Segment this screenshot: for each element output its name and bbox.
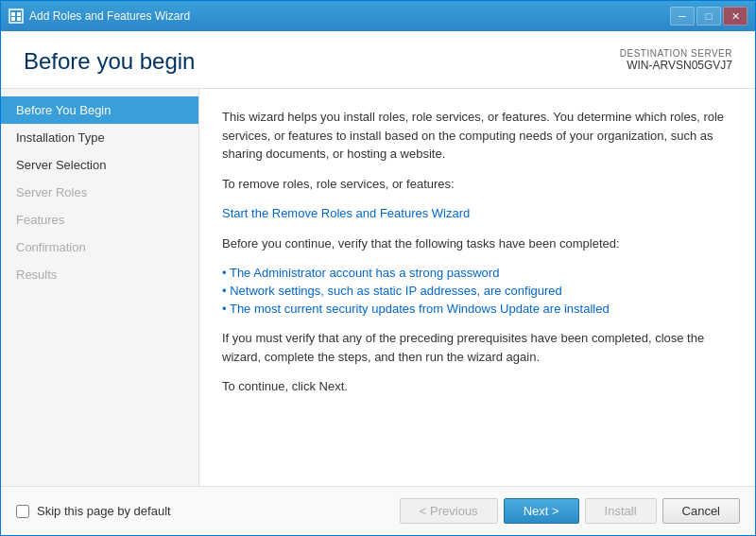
title-bar-left: Add Roles and Features Wizard xyxy=(9,9,190,24)
svg-rect-2 xyxy=(17,12,21,16)
sidebar-item-server-roles: Server Roles xyxy=(1,179,198,206)
title-bar-controls: ─ □ ✕ xyxy=(670,7,747,26)
sidebar-item-results: Results xyxy=(1,261,198,288)
sidebar-item-label: Server Roles xyxy=(16,185,87,199)
sidebar-item-label: Server Selection xyxy=(16,158,106,172)
bullet-list: The Administrator account has a strong p… xyxy=(222,264,732,318)
destination-server-info: DESTINATION SERVER WIN-ARVSN05GVJ7 xyxy=(620,48,732,72)
footer-area: Skip this page by default < Previous Nex… xyxy=(1,486,755,535)
content-area: This wizard helps you install roles, rol… xyxy=(199,89,755,486)
sidebar-item-features: Features xyxy=(1,206,198,233)
destination-server-value: WIN-ARVSN05GVJ7 xyxy=(620,59,732,72)
note-paragraph: If you must verify that any of the prece… xyxy=(222,329,732,366)
page-header: Before you begin DESTINATION SERVER WIN-… xyxy=(1,31,755,89)
previous-button[interactable]: < Previous xyxy=(400,498,498,524)
window-icon xyxy=(9,9,24,24)
svg-rect-3 xyxy=(11,17,15,21)
sidebar-item-confirmation: Confirmation xyxy=(1,233,198,261)
svg-rect-4 xyxy=(17,17,21,21)
sidebar: Before You Begin Installation Type Serve… xyxy=(1,89,199,486)
bullet-item-1: The Administrator account has a strong p… xyxy=(222,264,732,282)
sidebar-item-label: Confirmation xyxy=(16,240,86,254)
bullet-item-3: The most current security updates from W… xyxy=(222,300,732,318)
sidebar-item-server-selection[interactable]: Server Selection xyxy=(1,151,198,179)
sidebar-item-label: Features xyxy=(16,213,64,227)
buttons-area: < Previous Next > Install Cancel xyxy=(400,498,740,524)
destination-server-label: DESTINATION SERVER xyxy=(620,48,732,59)
continue-text: To continue, click Next. xyxy=(222,377,732,396)
next-button[interactable]: Next > xyxy=(504,498,579,524)
main-content: Before you begin DESTINATION SERVER WIN-… xyxy=(1,31,755,535)
sidebar-item-before-you-begin[interactable]: Before You Begin xyxy=(1,96,198,124)
minimize-button[interactable]: ─ xyxy=(670,7,695,26)
cancel-button[interactable]: Cancel xyxy=(662,498,740,524)
sidebar-item-installation-type[interactable]: Installation Type xyxy=(1,124,198,151)
verify-label: Before you continue, verify that the fol… xyxy=(222,234,732,253)
intro-paragraph: This wizard helps you install roles, rol… xyxy=(222,108,732,164)
install-button[interactable]: Install xyxy=(585,498,657,524)
main-window: Add Roles and Features Wizard ─ □ ✕ Befo… xyxy=(0,0,756,536)
sidebar-item-label: Installation Type xyxy=(16,130,105,145)
sidebar-item-label: Before You Begin xyxy=(16,103,111,117)
body-area: Before You Begin Installation Type Serve… xyxy=(1,89,755,486)
window-title: Add Roles and Features Wizard xyxy=(29,9,190,23)
sidebar-item-label: Results xyxy=(16,268,57,282)
title-bar: Add Roles and Features Wizard ─ □ ✕ xyxy=(1,1,755,31)
skip-checkbox-label[interactable]: Skip this page by default xyxy=(37,504,171,518)
maximize-button[interactable]: □ xyxy=(696,7,721,26)
bullet-item-2: Network settings, such as static IP addr… xyxy=(222,282,732,300)
remove-label: To remove roles, role services, or featu… xyxy=(222,175,732,194)
page-title: Before you begin xyxy=(24,48,195,75)
close-button[interactable]: ✕ xyxy=(723,7,747,26)
svg-rect-1 xyxy=(11,12,15,16)
skip-checkbox[interactable] xyxy=(16,505,29,518)
checkbox-area: Skip this page by default xyxy=(16,504,171,518)
remove-link[interactable]: Start the Remove Roles and Features Wiza… xyxy=(222,206,470,220)
